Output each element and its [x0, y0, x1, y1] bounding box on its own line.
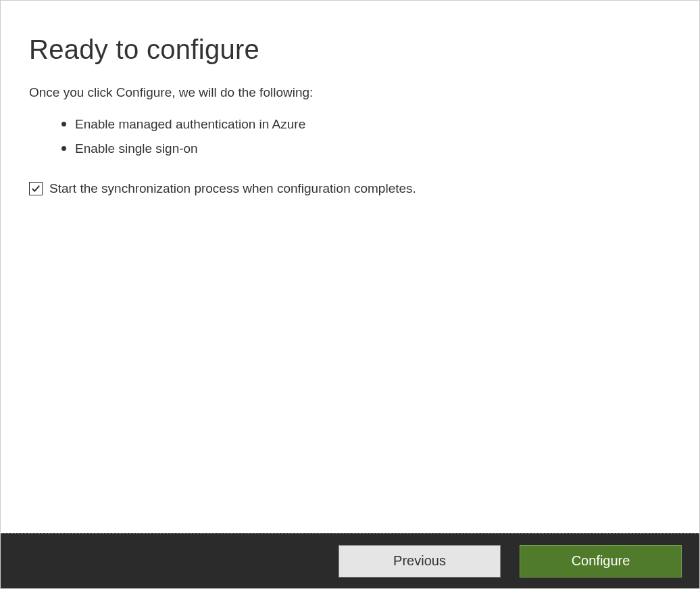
configure-button[interactable]: Configure: [520, 545, 682, 578]
intro-text: Once you click Configure, we will do the…: [29, 85, 671, 100]
start-sync-label: Start the synchronization process when c…: [49, 181, 416, 196]
start-sync-checkbox[interactable]: [29, 182, 43, 195]
list-item: Enable managed authentication in Azure: [61, 112, 671, 137]
previous-button[interactable]: Previous: [339, 545, 501, 578]
page-title: Ready to configure: [29, 34, 671, 65]
main-content: Ready to configure Once you click Config…: [1, 1, 699, 196]
check-icon: [31, 184, 41, 193]
footer-bar: Previous Configure: [1, 533, 699, 588]
list-item: Enable single sign-on: [61, 137, 671, 161]
action-list: Enable managed authentication in Azure E…: [61, 112, 671, 161]
start-sync-checkbox-row: Start the synchronization process when c…: [29, 181, 671, 196]
